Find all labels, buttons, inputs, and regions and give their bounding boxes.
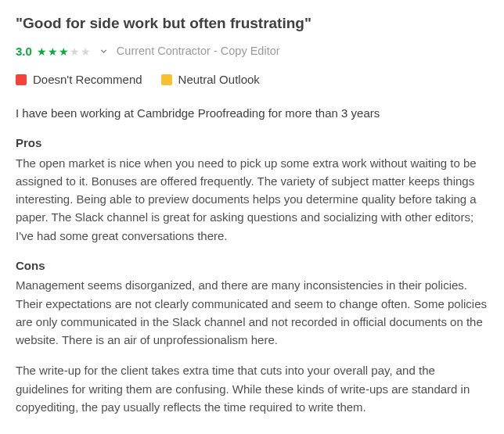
cons-body-2: The write-up for the client takes extra … — [16, 361, 488, 416]
rating-value: 3.0 — [16, 43, 32, 61]
pros-body: The open market is nice when you need to… — [16, 154, 488, 245]
outlook-indicator: Neutral Outlook — [161, 71, 260, 89]
chevron-down-icon[interactable] — [99, 46, 109, 56]
indicator-row: Doesn't Recommend Neutral Outlook — [16, 71, 488, 89]
indicator-label: Neutral Outlook — [178, 71, 260, 89]
star-icon: ★ — [59, 46, 69, 57]
review-title: "Good for side work but often frustratin… — [16, 13, 488, 35]
review-author: Current Contractor - Copy Editor — [117, 43, 280, 60]
indicator-label: Doesn't Recommend — [33, 71, 142, 89]
cons-body-1: Management seems disorganized, and there… — [16, 276, 488, 349]
star-icon: ★ — [70, 46, 80, 57]
star-icon: ★ — [48, 46, 58, 57]
rating-stars: ★ ★ ★ ★ ★ — [37, 46, 91, 57]
cons-heading: Cons — [16, 257, 488, 275]
star-icon: ★ — [37, 46, 47, 57]
square-icon — [161, 74, 172, 85]
recommend-indicator: Doesn't Recommend — [16, 71, 142, 89]
pros-heading: Pros — [16, 135, 488, 152]
meta-row: 3.0 ★ ★ ★ ★ ★ Current Contractor - Copy … — [16, 43, 488, 61]
square-icon — [16, 74, 27, 85]
star-icon: ★ — [81, 46, 91, 57]
tenure-text: I have been working at Cambridge Proofre… — [16, 105, 488, 123]
